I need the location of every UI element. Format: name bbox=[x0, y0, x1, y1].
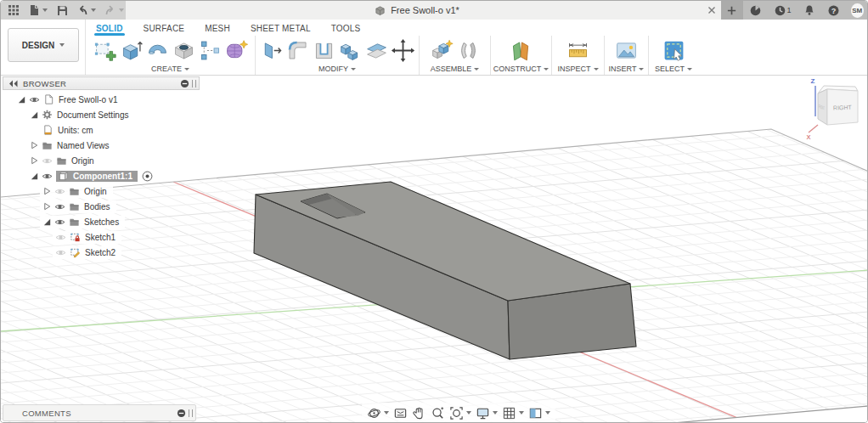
grid-snaps-tool[interactable] bbox=[502, 406, 524, 420]
file-button[interactable] bbox=[28, 4, 48, 16]
expander-open-icon[interactable] bbox=[17, 95, 26, 104]
look-at-tool[interactable] bbox=[393, 406, 408, 420]
select-button[interactable] bbox=[661, 37, 687, 64]
construct-plane-button[interactable] bbox=[508, 37, 534, 64]
joint-button[interactable] bbox=[455, 37, 482, 64]
expander-open-icon[interactable] bbox=[30, 110, 39, 120]
expander-closed-icon[interactable] bbox=[42, 202, 52, 212]
ribbon-group-label-select[interactable]: SELECT bbox=[655, 65, 692, 73]
press-pull-button[interactable] bbox=[258, 37, 285, 64]
new-component-button[interactable] bbox=[429, 37, 455, 64]
pattern-button[interactable] bbox=[197, 37, 223, 64]
avatar[interactable]: SM bbox=[851, 3, 864, 18]
document-tab[interactable]: Free Swoll-o v1* bbox=[307, 1, 527, 20]
sketch-locked-icon bbox=[70, 232, 81, 243]
app-launcher-button[interactable] bbox=[8, 4, 20, 16]
tree-item-sketch1[interactable]: Sketch1 bbox=[53, 231, 121, 244]
ribbon-group-label-create[interactable]: CREATE bbox=[151, 65, 189, 73]
offset-face-button[interactable] bbox=[364, 37, 390, 64]
ribbon-group-label-modify[interactable]: MODIFY bbox=[318, 65, 356, 73]
visibility-eye-icon[interactable] bbox=[54, 187, 65, 196]
tree-item-sketches[interactable]: Sketches bbox=[40, 216, 125, 228]
tree-item-named-views[interactable]: Named Views bbox=[27, 139, 116, 152]
chevron-down-icon bbox=[545, 411, 550, 415]
visibility-eye-icon[interactable] bbox=[54, 217, 65, 227]
tree-item-sketch2[interactable]: Sketch2 bbox=[53, 246, 121, 259]
browser-hide-icon[interactable] bbox=[180, 79, 189, 88]
expander-closed-icon[interactable] bbox=[30, 141, 39, 150]
grid-snaps-icon bbox=[502, 406, 516, 420]
fillet-button[interactable] bbox=[285, 37, 311, 64]
app-launcher-icon bbox=[8, 4, 20, 16]
hole-button[interactable] bbox=[171, 37, 197, 64]
create-sketch-icon bbox=[93, 38, 117, 63]
undo-button[interactable] bbox=[76, 4, 96, 16]
visibility-eye-icon[interactable] bbox=[42, 156, 53, 166]
create-sketch-button[interactable] bbox=[92, 37, 118, 64]
pan-tool[interactable] bbox=[412, 406, 426, 420]
tab-sheet-metal[interactable]: SHEET METAL bbox=[251, 24, 311, 36]
panel-grip[interactable] bbox=[189, 409, 193, 417]
job-status-button[interactable]: 1 bbox=[768, 1, 798, 20]
body-model[interactable] bbox=[254, 182, 636, 359]
tab-surface[interactable]: SURFACE bbox=[144, 24, 185, 36]
tree-item-origin[interactable]: Origin bbox=[40, 185, 113, 198]
shell-button[interactable] bbox=[311, 37, 337, 64]
job-status-icon bbox=[774, 4, 786, 17]
expander-closed-icon[interactable] bbox=[42, 187, 52, 196]
visibility-eye-icon[interactable] bbox=[55, 233, 66, 242]
create-form-button[interactable] bbox=[223, 37, 250, 64]
orbit-tool[interactable] bbox=[367, 406, 389, 420]
extrude-button[interactable] bbox=[118, 37, 144, 64]
ribbon-group-label-insert[interactable]: INSERT bbox=[609, 65, 645, 73]
panel-grip[interactable] bbox=[192, 80, 196, 87]
ribbon-group-assemble: ASSEMBLE bbox=[420, 36, 491, 75]
chevron-down-icon bbox=[687, 68, 692, 70]
expander-open-icon[interactable] bbox=[30, 172, 39, 181]
move-button[interactable] bbox=[390, 37, 416, 64]
visibility-eye-icon[interactable] bbox=[55, 248, 66, 257]
close-tab-button[interactable] bbox=[704, 3, 719, 18]
tree-item-bodies[interactable]: Bodies bbox=[40, 200, 116, 213]
ribbon-group-label-construct[interactable]: CONSTRUCT bbox=[493, 65, 550, 73]
tree-item-component1-1[interactable]: Component1:1 bbox=[27, 170, 159, 183]
comments-collapse-icon[interactable] bbox=[177, 409, 186, 418]
tree-item-free-swoll-o-v1[interactable]: Free Swoll-o v1 bbox=[14, 93, 123, 106]
combine-button[interactable] bbox=[337, 37, 364, 64]
visibility-eye-icon[interactable] bbox=[42, 172, 53, 181]
ribbon-group-label-inspect[interactable]: INSPECT bbox=[557, 65, 598, 73]
workspace-switcher-button[interactable]: DESIGN bbox=[8, 28, 79, 62]
view-cube[interactable]: ZXRIGHTFRONT bbox=[806, 77, 858, 141]
viewports-tool[interactable] bbox=[528, 406, 550, 420]
expander-closed-icon[interactable] bbox=[30, 156, 39, 166]
help-button[interactable]: ? bbox=[821, 1, 846, 20]
tree-item-document-settings[interactable]: Document Settings bbox=[27, 109, 135, 121]
expander-open-icon[interactable] bbox=[42, 217, 52, 227]
tab-mesh[interactable]: MESH bbox=[205, 24, 230, 36]
tab-tools[interactable]: TOOLS bbox=[331, 24, 361, 36]
display-settings-tool[interactable] bbox=[476, 406, 498, 420]
revolve-button[interactable] bbox=[144, 37, 171, 64]
new-tab-button[interactable] bbox=[721, 1, 743, 20]
visibility-eye-icon[interactable] bbox=[29, 95, 40, 104]
zoom-tool[interactable] bbox=[431, 406, 445, 420]
ribbon-group-label-assemble[interactable]: ASSEMBLE bbox=[431, 65, 480, 73]
insert-image-button[interactable] bbox=[613, 37, 640, 64]
visibility-eye-icon[interactable] bbox=[54, 202, 65, 212]
chevron-down-icon bbox=[474, 68, 479, 70]
tab-solid[interactable]: SOLID bbox=[96, 24, 123, 36]
redo-button[interactable] bbox=[104, 4, 124, 16]
sketch-edit-icon bbox=[70, 247, 81, 258]
notifications-button[interactable] bbox=[798, 1, 821, 20]
tree-item-origin[interactable]: Origin bbox=[27, 155, 100, 167]
measure-button[interactable] bbox=[565, 37, 591, 64]
collapse-panel-icon bbox=[8, 80, 19, 87]
activate-component-radio[interactable] bbox=[142, 171, 153, 182]
fit-tool[interactable] bbox=[449, 406, 471, 420]
comments-bar[interactable]: COMMENTS bbox=[3, 404, 196, 421]
tree-item-units-cm[interactable]: Units: cm bbox=[40, 124, 99, 137]
save-button[interactable] bbox=[56, 4, 68, 16]
new-component-icon bbox=[430, 38, 454, 63]
extensions-button[interactable] bbox=[743, 1, 768, 20]
browser-header[interactable]: BROWSER bbox=[3, 76, 200, 90]
